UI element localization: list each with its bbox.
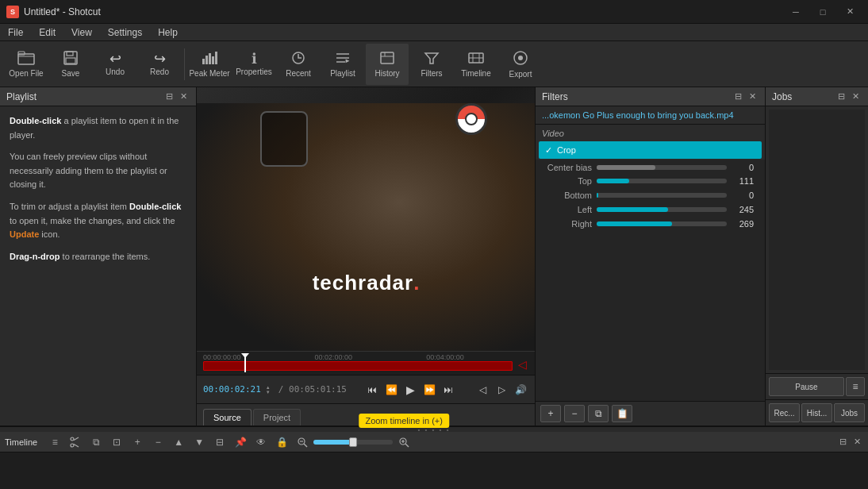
jobs-pause-button[interactable]: Pause (769, 377, 844, 396)
source-tab[interactable]: Source (203, 409, 252, 425)
menu-settings[interactable]: Settings (100, 24, 150, 40)
right-label: Right (540, 219, 592, 229)
filter-paste-button[interactable]: 📋 (612, 405, 632, 422)
maximize-button[interactable]: □ (811, 4, 835, 20)
undo-button[interactable]: ↩ Undo (94, 44, 136, 85)
timeline-icon (468, 51, 484, 67)
jobs-hist-button[interactable]: Hist... (801, 403, 832, 422)
properties-button[interactable]: ℹ Properties (232, 44, 275, 85)
jobs-rec-button[interactable]: Rec... (769, 403, 800, 422)
tl-zoom-out-btn[interactable] (293, 434, 312, 450)
bottom-fill (597, 193, 598, 198)
time-step-down[interactable]: ▼ (266, 390, 271, 395)
jobs-jobs-button[interactable]: Jobs (834, 403, 865, 422)
tl-eye-btn[interactable]: 👁 (252, 434, 271, 450)
scrubber-clip-bar (203, 361, 513, 371)
svg-rect-7 (209, 53, 211, 64)
filters-panel-float[interactable]: ⊟ (732, 90, 744, 103)
recent-button[interactable]: Recent (277, 44, 320, 85)
left-value: 245 (730, 205, 754, 214)
svg-marker-18 (425, 53, 438, 64)
tl-overwrite-btn[interactable]: ▼ (190, 434, 209, 450)
jobs-panel-controls: ⊟ ✕ (835, 90, 862, 103)
tl-lock-btn[interactable]: 🔒 (272, 434, 291, 450)
video-background: techradar. (197, 87, 535, 351)
menu-view[interactable]: View (63, 24, 100, 40)
crop-filter-item[interactable]: ✓ Crop (539, 141, 762, 159)
center-bias-fill (597, 165, 655, 170)
toolbar-separator-1 (184, 48, 185, 80)
open-file-button[interactable]: Open File (5, 44, 48, 85)
tl-split-btn[interactable]: ⊟ (210, 434, 229, 450)
playhead (244, 356, 246, 372)
jobs-title: Jobs (772, 91, 792, 102)
bottom-track[interactable] (597, 193, 727, 198)
jobs-panel-float[interactable]: ⊟ (835, 90, 847, 103)
play-button[interactable]: ▶ (402, 382, 418, 398)
svg-line-27 (74, 437, 79, 441)
prev-frame-button[interactable]: ⏮ (364, 382, 380, 398)
top-track[interactable] (597, 179, 727, 183)
playlist-content: Double-click a playlist item to open it … (0, 106, 196, 425)
center-bias-track[interactable] (597, 165, 727, 170)
menu-file[interactable]: File (0, 24, 31, 40)
tl-ripple-btn[interactable]: 📌 (231, 434, 250, 450)
playlist-panel-close[interactable]: ✕ (177, 90, 190, 103)
playlist-button[interactable]: Playlist (321, 44, 364, 85)
step-fwd-button[interactable]: ⏩ (421, 382, 437, 398)
tl-remove-btn[interactable]: − (148, 434, 167, 450)
filter-add-button[interactable]: + (540, 405, 561, 422)
toggle-in-button[interactable]: ◁ (474, 382, 490, 398)
timeline-close-btn[interactable]: ✕ (851, 436, 863, 449)
param-right: Right 269 (536, 217, 765, 231)
tl-cut-btn[interactable] (66, 434, 85, 450)
volume-button[interactable]: 🔊 (513, 382, 528, 398)
step-back-button[interactable]: ⏪ (383, 382, 399, 398)
time-stepper[interactable]: ▲ ▼ (266, 385, 271, 395)
left-fill (597, 207, 668, 212)
open-file-icon (17, 51, 35, 67)
export-icon (513, 50, 528, 68)
menu-edit[interactable]: Edit (31, 24, 63, 40)
save-label: Save (62, 69, 80, 78)
project-tab[interactable]: Project (253, 409, 301, 425)
jobs-header: Jobs ⊟ ✕ (766, 87, 868, 106)
svg-rect-6 (205, 56, 208, 64)
tl-lift-btn[interactable]: ▲ (169, 434, 188, 450)
filters-button[interactable]: Filters (410, 44, 453, 85)
right-track[interactable] (597, 221, 727, 226)
tl-copy-btn[interactable]: ⧉ (86, 434, 106, 450)
jobs-panel-close[interactable]: ✕ (849, 90, 862, 103)
filter-remove-button[interactable]: − (564, 405, 585, 422)
watch-graphic (260, 111, 308, 167)
export-button[interactable]: Export (499, 44, 542, 85)
filter-copy-button[interactable]: ⧉ (588, 405, 609, 422)
jobs-menu-button[interactable]: ≡ (846, 377, 865, 396)
save-button[interactable]: Save (49, 44, 92, 85)
close-button[interactable]: ✕ (838, 4, 862, 20)
timeline-float-btn[interactable]: ⊟ (836, 436, 849, 449)
redo-button[interactable]: ↪ Redo (138, 44, 181, 85)
zoom-slider-track[interactable] (313, 440, 393, 445)
menu-help[interactable]: Help (150, 24, 186, 40)
playlist-panel-float[interactable]: ⊟ (163, 90, 175, 103)
zoom-slider-fill (313, 440, 353, 445)
video-display: techradar. (197, 87, 535, 351)
peak-meter-button[interactable]: Peak Meter (188, 44, 231, 85)
redo-icon: ↪ (154, 52, 166, 66)
svg-point-25 (71, 437, 74, 441)
minimize-button[interactable]: ─ (784, 4, 808, 20)
tl-add-track-btn[interactable]: + (128, 434, 147, 450)
scrubber-time-start: 00:00:00:00 (203, 353, 241, 361)
svg-rect-1 (18, 52, 25, 55)
filters-panel-close[interactable]: ✕ (746, 90, 759, 103)
tl-zoom-in-btn[interactable]: Zoom timeline in (+) (394, 434, 413, 450)
timeline-button[interactable]: Timeline (455, 44, 497, 85)
history-button[interactable]: History (366, 44, 409, 85)
tl-menu-btn[interactable]: ≡ (45, 434, 64, 450)
tl-paste-btn[interactable]: ⊡ (107, 434, 126, 450)
left-track[interactable] (597, 207, 727, 212)
next-frame-button[interactable]: ⏭ (440, 382, 456, 398)
toggle-out-button[interactable]: ▷ (494, 382, 509, 398)
scrubber-area[interactable]: 00:00:00:00 00:02:00:00 00:04:00:00 ◁ (197, 351, 535, 375)
